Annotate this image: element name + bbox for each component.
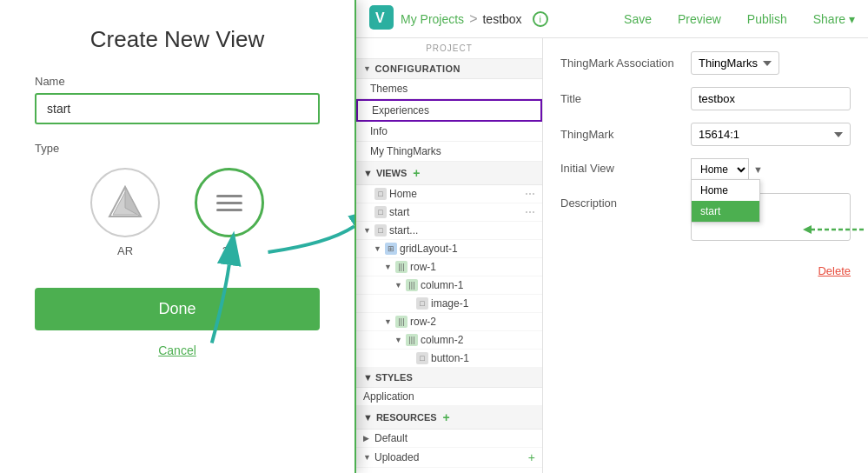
tree-row1[interactable]: ▼ ||| row-1	[356, 258, 542, 276]
initial-view-label: Initial View	[560, 162, 682, 175]
sidebar-item-mythingmarks[interactable]: My ThingMarks	[356, 142, 542, 162]
tree-row2[interactable]: ▼ ||| row-2	[356, 313, 542, 331]
info-icon[interactable]: i	[533, 11, 548, 27]
preview-button[interactable]: Preview	[678, 12, 721, 26]
thingmark-assoc-value: ThingMarks	[691, 51, 851, 75]
mythingmarks-label: My ThingMarks	[370, 145, 441, 157]
create-view-dialog: Create New View Name Type AR 2	[0, 0, 356, 473]
sidebar-item-info[interactable]: Info	[356, 122, 542, 142]
experiences-label: Experiences	[372, 104, 429, 117]
styles-chevron: ▼	[363, 372, 375, 383]
tree-image1[interactable]: □ image-1	[356, 295, 542, 313]
breadcrumb-myprojects[interactable]: My Projects	[401, 12, 464, 26]
column2-icon: |||	[406, 334, 418, 346]
type-ar-option[interactable]: AR	[90, 168, 160, 257]
breadcrumb-current: testbox	[482, 12, 521, 26]
gridlayout-label: gridLayout-1	[400, 243, 535, 255]
tree-default[interactable]: ▶ Default	[356, 430, 542, 448]
type-label: Type	[35, 142, 59, 155]
name-label: Name	[35, 75, 65, 88]
app-logo: V	[369, 5, 394, 32]
description-label: Description	[560, 197, 682, 210]
initial-view-dropdown[interactable]: Home start	[691, 179, 760, 223]
application-label: Application	[363, 390, 535, 403]
initial-view-select[interactable]: Home	[691, 158, 749, 181]
resources-chevron: ▼	[363, 412, 373, 423]
type-2d-option[interactable]: 2D	[195, 168, 264, 257]
column2-label: column-2	[421, 334, 535, 346]
uploaded-add-button[interactable]: +	[528, 450, 535, 464]
sidebar: PROJECT ▼ CONFIGURATION Themes Experienc…	[356, 38, 543, 473]
startview-icon: □	[374, 224, 387, 236]
publish-button[interactable]: Publish	[747, 12, 787, 26]
row1-icon: |||	[395, 261, 407, 273]
ar-circle[interactable]	[90, 168, 160, 237]
button1-icon: □	[416, 352, 428, 364]
delete-link[interactable]: Delete	[818, 264, 851, 277]
resources-add-button[interactable]: +	[443, 410, 450, 424]
share-button[interactable]: Share	[813, 12, 855, 26]
type-options: AR 2D	[90, 168, 264, 257]
sidebar-item-experiences[interactable]: Experiences	[356, 99, 542, 122]
startview-label: start...	[389, 224, 535, 236]
2d-circle[interactable]	[195, 168, 264, 237]
home-label: Home	[389, 188, 522, 200]
column1-icon: |||	[406, 279, 418, 291]
row2-icon: |||	[395, 316, 407, 328]
views-add-button[interactable]: +	[413, 166, 420, 180]
prop-thingmark: ThingMark 15614:1	[560, 123, 851, 146]
main-content: PROJECT ▼ CONFIGURATION Themes Experienc…	[356, 38, 868, 473]
tree-button1[interactable]: □ button-1	[356, 350, 542, 368]
tree-column2[interactable]: ▼ ||| column-2	[356, 331, 542, 350]
tree-column1[interactable]: ▼ ||| column-1	[356, 276, 542, 295]
tree-application[interactable]: Application	[356, 388, 542, 406]
start-dots[interactable]: ⋯	[525, 206, 535, 218]
ar-icon	[106, 183, 144, 222]
breadcrumb: My Projects > testbox i	[401, 11, 624, 27]
row1-label: row-1	[410, 261, 535, 273]
dropdown-item-home[interactable]: Home	[692, 180, 759, 201]
thingmark-label: ThingMark	[560, 128, 682, 141]
configuration-section[interactable]: ▼ CONFIGURATION	[356, 59, 542, 79]
resources-section[interactable]: ▼ RESOURCES +	[356, 406, 542, 430]
initial-view-select-row: Home ▼	[691, 158, 763, 181]
configuration-chevron: ▼	[363, 64, 371, 73]
views-section[interactable]: ▼ VIEWS +	[356, 162, 542, 185]
themes-label: Themes	[370, 83, 407, 95]
styles-section[interactable]: ▼ STYLES	[356, 368, 542, 388]
top-actions: Save Preview Publish Share	[624, 12, 855, 26]
svg-text:V: V	[375, 10, 385, 25]
done-button[interactable]: Done	[35, 288, 320, 330]
tree-home[interactable]: □ Home ⋯	[356, 185, 542, 203]
default-label: Default	[374, 432, 535, 444]
tree-start[interactable]: □ start ⋯	[356, 203, 542, 222]
tree-startview[interactable]: ▼ □ start...	[356, 222, 542, 240]
image1-label: image-1	[431, 297, 535, 310]
properties-panel: ThingMark Association ThingMarks Title T…	[543, 38, 868, 473]
prop-thingmark-association: ThingMark Association ThingMarks	[560, 51, 851, 75]
breadcrumb-separator: >	[469, 11, 477, 27]
thingmark-select[interactable]: 15614:1	[691, 123, 851, 146]
info-label: Info	[370, 125, 388, 137]
thingmark-assoc-label: ThingMark Association	[560, 57, 682, 70]
save-button[interactable]: Save	[624, 12, 652, 26]
image1-icon: □	[416, 297, 428, 310]
dropdown-item-start[interactable]: start	[692, 201, 759, 222]
tree-gridlayout1[interactable]: ▼ ⊞ gridLayout-1	[356, 240, 542, 258]
configuration-label: CONFIGURATION	[374, 63, 461, 74]
home-icon: □	[374, 188, 387, 200]
thingmark-value: 15614:1	[691, 123, 851, 146]
initial-view-container: Home ▼ Home start	[691, 158, 763, 181]
thingmark-assoc-select[interactable]: ThingMarks	[691, 51, 779, 75]
title-input[interactable]	[691, 87, 851, 110]
title-value	[691, 87, 851, 110]
project-label: PROJECT	[356, 38, 542, 59]
tree-uploaded[interactable]: ▼ Uploaded +	[356, 448, 542, 468]
right-panel: V My Projects > testbox i Save Preview P…	[356, 0, 868, 473]
home-dots[interactable]: ⋯	[525, 188, 535, 200]
cancel-link[interactable]: Cancel	[158, 343, 196, 357]
sidebar-item-themes[interactable]: Themes	[356, 79, 542, 99]
ar-label: AR	[117, 244, 133, 257]
name-input[interactable]	[35, 93, 320, 124]
column1-label: column-1	[421, 279, 535, 291]
